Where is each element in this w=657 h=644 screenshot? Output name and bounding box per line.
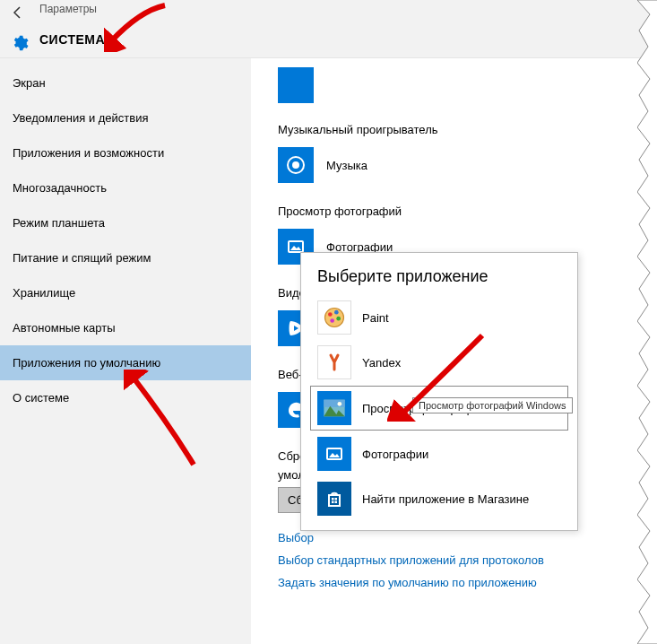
gear-icon [11, 34, 29, 56]
music-app-row[interactable]: Музыка [278, 147, 630, 183]
svg-marker-3 [290, 246, 301, 250]
svg-rect-2 [289, 241, 303, 252]
sidebar-item-notifications[interactable]: Уведомления и действия [0, 100, 251, 135]
sidebar-item-apps-features[interactable]: Приложения и возможности [0, 135, 251, 170]
yandex-icon [317, 345, 351, 379]
svg-rect-14 [327, 448, 341, 459]
popup-item-store[interactable]: Найти приложение в Магазине [301, 476, 577, 521]
link-file-types-truncated[interactable]: Выбор [278, 531, 630, 544]
section-photo-viewer: Просмотр фотографий [278, 205, 630, 218]
music-disc-icon [278, 147, 314, 183]
breadcrumb: Параметры [39, 3, 97, 15]
svg-rect-11 [324, 400, 344, 407]
link-protocols[interactable]: Выбор стандартных приложений для протоко… [278, 553, 630, 567]
sidebar-item-storage[interactable]: Хранилище [0, 275, 251, 310]
header: Параметры СИСТЕМА [0, 0, 657, 58]
popup-title: Выберите приложение [301, 253, 577, 295]
popup-item-label: Фотографии [362, 448, 428, 461]
svg-point-6 [328, 312, 333, 317]
partial-tile-icon[interactable] [278, 67, 314, 103]
sidebar-item-offline-maps[interactable]: Автономные карты [0, 310, 251, 345]
sidebar-item-multitasking[interactable]: Многозадачность [0, 170, 251, 205]
svg-point-7 [334, 310, 339, 315]
back-button[interactable] [9, 4, 27, 22]
music-app-label: Музыка [326, 159, 367, 172]
popup-item-photos[interactable]: Фотографии [301, 431, 577, 476]
sidebar-item-tablet-mode[interactable]: Режим планшета [0, 205, 251, 240]
svg-rect-19 [335, 501, 338, 504]
svg-point-5 [325, 309, 344, 327]
popup-item-label: Paint [362, 311, 389, 325]
svg-rect-18 [332, 501, 334, 504]
arrow-annotation-icon [104, 2, 169, 52]
sidebar: Экран Уведомления и действия Приложения … [0, 58, 251, 644]
popup-item-label: Найти приложение в Магазине [362, 492, 529, 506]
arrow-annotation-icon [124, 370, 204, 468]
photo-icon [317, 437, 351, 471]
store-bag-icon [317, 482, 351, 516]
landscape-photo-icon [317, 391, 351, 425]
svg-marker-15 [329, 453, 340, 457]
paint-icon [317, 300, 351, 335]
sidebar-item-display[interactable]: Экран [0, 65, 251, 100]
sidebar-item-power[interactable]: Питание и спящий режим [0, 240, 251, 275]
svg-point-9 [330, 318, 334, 323]
svg-rect-17 [335, 498, 338, 500]
link-by-app[interactable]: Задать значения по умолчанию по приложен… [278, 576, 630, 589]
svg-point-13 [338, 402, 342, 406]
page-title: СИСТЕМА [39, 32, 105, 47]
svg-point-8 [336, 317, 341, 321]
svg-point-1 [293, 162, 298, 168]
arrow-annotation-icon [387, 332, 486, 422]
section-music-player: Музыкальный проигрыватель [278, 123, 630, 136]
svg-rect-16 [332, 498, 334, 500]
